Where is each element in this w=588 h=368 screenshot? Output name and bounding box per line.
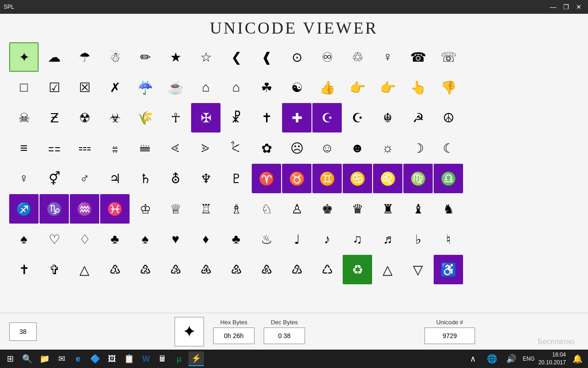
grid-cell[interactable]: ♡ (40, 224, 69, 254)
grid-cell[interactable]: ♨ (252, 224, 281, 254)
grid-cell[interactable]: ⊙ (282, 42, 311, 72)
grid-cell[interactable]: ⛢ (161, 164, 190, 193)
grid-cell[interactable]: ♌ (373, 164, 402, 193)
taskbar-mu[interactable]: μ (172, 351, 187, 366)
grid-cell[interactable]: ▽ (403, 255, 433, 284)
grid-cell[interactable]: 🌾 (130, 103, 160, 132)
grid-cell[interactable]: ♋ (343, 164, 372, 193)
grid-cell[interactable]: ⌂ (191, 73, 220, 102)
grid-cell[interactable]: ♗ (221, 194, 251, 224)
grid-cell[interactable]: ♿ (434, 255, 463, 284)
grid-cell[interactable]: 👆 (403, 73, 433, 102)
grid-cell[interactable]: ♺ (312, 255, 342, 284)
grid-cell[interactable]: ♠ (130, 224, 160, 254)
grid-cell[interactable]: ☆ (191, 42, 220, 72)
minimize-button[interactable]: — (548, 1, 559, 12)
grid-cell[interactable]: ♫ (343, 224, 372, 254)
grid-cell[interactable]: ☯ (282, 73, 311, 102)
grid-cell[interactable]: ⩵ (40, 133, 69, 163)
grid-cell[interactable]: ✿ (252, 133, 281, 163)
grid-cell[interactable]: ♮ (434, 224, 463, 254)
tray-speaker[interactable]: 🔊 (503, 351, 519, 366)
grid-cell[interactable]: ♄ (130, 164, 160, 193)
grid-cell[interactable]: ♖ (191, 194, 220, 224)
grid-cell[interactable]: ♵ (161, 255, 190, 284)
tray-show-hidden[interactable]: ∧ (466, 351, 481, 366)
grid-cell[interactable]: ☧ (221, 103, 251, 132)
grid-cell[interactable]: ♻ (343, 255, 372, 284)
grid-cell[interactable]: ♣ (221, 224, 251, 254)
grid-cell[interactable]: ♠ (9, 224, 39, 254)
grid-cell[interactable]: ♒ (70, 194, 99, 224)
grid-cell[interactable]: ❰ (252, 42, 281, 72)
grid-cell[interactable]: ♶ (191, 255, 220, 284)
grid-cell[interactable]: △ (373, 255, 402, 284)
grid-cell[interactable]: ✏ (130, 42, 160, 72)
close-button[interactable]: ✕ (573, 1, 584, 12)
grid-cell[interactable]: ☘ (252, 73, 281, 102)
grid-cell[interactable]: ♂ (70, 164, 99, 193)
start-button[interactable]: ⊞ (3, 351, 17, 366)
grid-cell[interactable]: ✝ (9, 255, 39, 284)
grid-cell[interactable]: ≡ (9, 133, 39, 163)
grid-cell[interactable]: 👉 (373, 73, 402, 102)
grid-cell[interactable]: ♲ (343, 42, 372, 72)
grid-cell[interactable]: ☹ (282, 133, 311, 163)
grid-cell[interactable]: ✦ (9, 42, 39, 72)
grid-cell[interactable]: ⩸ (130, 133, 160, 163)
grid-cell[interactable]: □ (9, 73, 39, 102)
taskbar-calc[interactable]: 🖩 (155, 351, 170, 366)
grid-cell[interactable]: ✚ (282, 103, 311, 132)
grid-cell[interactable]: ♚ (312, 194, 342, 224)
grid-cell[interactable]: ♷ (221, 255, 251, 284)
grid-cell[interactable]: Ƶ (40, 103, 69, 132)
grid-cell[interactable]: ☠ (9, 103, 39, 132)
grid-cell[interactable]: ♛ (343, 194, 372, 224)
hex-bytes-input[interactable] (213, 328, 254, 344)
grid-cell[interactable]: ⩻ (221, 133, 251, 163)
grid-cell[interactable]: ☂ (70, 42, 99, 72)
grid-cell[interactable]: ✝ (252, 103, 281, 132)
grid-cell[interactable]: ♀ (373, 42, 402, 72)
grid-cell[interactable]: ☭ (403, 103, 433, 132)
taskbar-spl[interactable]: ⚡ (188, 351, 204, 366)
grid-cell[interactable]: ☣ (100, 103, 130, 132)
taskbar-vs[interactable]: 🔷 (87, 351, 103, 366)
grid-cell[interactable]: ♐ (9, 194, 39, 224)
grid-cell[interactable]: ♞ (434, 194, 463, 224)
tray-network[interactable]: 🌐 (484, 351, 500, 366)
grid-cell[interactable]: ♴ (130, 255, 160, 284)
grid-cell[interactable]: ☒ (70, 73, 99, 102)
grid-cell[interactable]: ✗ (100, 73, 130, 102)
taskbar-mail[interactable]: ✉ (54, 351, 69, 366)
maximize-button[interactable]: ❐ (560, 1, 571, 12)
grid-cell[interactable]: ♃ (100, 164, 130, 193)
grid-cell[interactable]: ⩷ (100, 133, 130, 163)
grid-cell[interactable]: ⌂ (221, 73, 251, 102)
grid-cell[interactable]: ☏ (434, 42, 463, 72)
grid-cell[interactable]: 👉 (343, 73, 372, 102)
grid-cell[interactable]: ♝ (403, 194, 433, 224)
grid-cell[interactable]: ⩺ (191, 133, 220, 163)
grid-cell[interactable]: △ (70, 255, 99, 284)
grid-cell[interactable]: ☻ (343, 133, 372, 163)
grid-cell[interactable]: ♢ (70, 224, 99, 254)
grid-cell[interactable]: ♜ (373, 194, 402, 224)
grid-cell[interactable]: ⩶ (70, 133, 99, 163)
grid-cell[interactable]: ☢ (70, 103, 99, 132)
grid-cell[interactable]: ❮ (221, 42, 251, 72)
grid-cell[interactable]: ♆ (191, 164, 220, 193)
grid-cell[interactable]: ♉ (282, 164, 311, 193)
dec-bytes-input[interactable] (264, 328, 305, 344)
taskbar-photos[interactable]: 🖼 (105, 351, 119, 366)
grid-cell[interactable]: ♈ (252, 164, 281, 193)
grid-cell[interactable]: ☬ (373, 103, 402, 132)
taskbar-explorer[interactable]: 📁 (37, 351, 52, 366)
grid-cell[interactable]: ★ (161, 42, 190, 72)
grid-cell[interactable]: ☔ (130, 73, 160, 102)
grid-cell[interactable]: ☾ (434, 133, 463, 163)
grid-cell[interactable]: ♹ (282, 255, 311, 284)
taskbar-search[interactable]: 🔍 (19, 351, 35, 366)
grid-cell[interactable]: ☪ (343, 103, 372, 132)
unicode-number-input[interactable] (424, 328, 475, 344)
